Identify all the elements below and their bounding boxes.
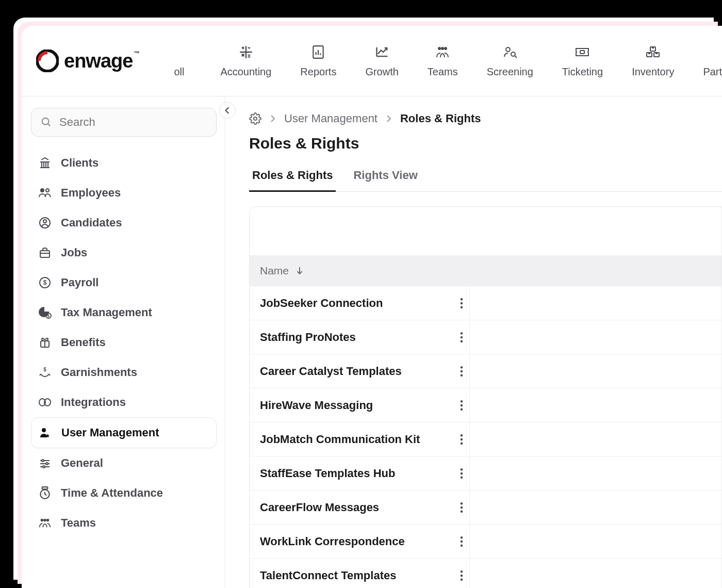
svg-point-16 — [441, 47, 444, 50]
sidebar-item-label: Time & Attendance — [61, 486, 163, 500]
sidebar-item-garnishments[interactable]: $Garnishments — [31, 357, 217, 387]
svg-line-59 — [45, 494, 46, 495]
sidebar-item-candidates[interactable]: Candidates — [31, 208, 217, 238]
table-row[interactable]: StaffEase Templates Hub — [250, 456, 721, 491]
brand-mark-icon — [36, 50, 59, 72]
main-content: User Management Roles & Rights Roles & R… — [225, 96, 722, 588]
sidebar-item-benefits[interactable]: Benefits — [31, 328, 217, 357]
row-actions-menu-icon[interactable] — [460, 400, 463, 411]
roles-table: Name JobSeeker ConnectionStaffing ProNot… — [249, 206, 722, 588]
topnav-item-ticketing[interactable]: Ticketing — [548, 44, 617, 78]
table-row[interactable]: WorkLink Correspondence — [250, 525, 721, 559]
svg-point-70 — [461, 340, 463, 342]
sidebar-item-label: Payroll — [61, 276, 99, 289]
svg-point-74 — [461, 400, 463, 402]
svg-point-51 — [42, 460, 44, 462]
topnav-item-teams[interactable]: Teams — [413, 44, 472, 78]
sidebar-collapse-button[interactable] — [219, 102, 236, 119]
table-row[interactable]: JobSeeker Connection — [250, 286, 721, 320]
svg-point-35 — [46, 189, 49, 192]
topnav-item-partners-partial[interactable]: . Partne — [688, 44, 722, 78]
table-row[interactable]: HireWave Messaging — [250, 388, 721, 422]
svg-point-80 — [461, 468, 463, 470]
svg-point-61 — [44, 519, 46, 521]
svg-point-84 — [461, 506, 463, 508]
row-actions-menu-icon[interactable] — [460, 366, 463, 377]
svg-point-73 — [461, 374, 463, 376]
payroll-icon: $ — [38, 276, 52, 289]
sidebar-search[interactable] — [31, 108, 217, 137]
breadcrumb-level1[interactable]: User Management — [284, 112, 378, 125]
topnav-item-reports[interactable]: Reports — [286, 44, 351, 78]
chevron-right-icon — [270, 115, 276, 122]
sidebar-item-tax-management[interactable]: $Tax Management — [31, 298, 217, 328]
svg-point-83 — [461, 502, 463, 504]
sidebar: ClientsEmployeesCandidatesJobs$Payroll$T… — [22, 96, 225, 588]
sidebar-item-integrations[interactable]: Integrations — [31, 387, 217, 417]
topnav-item-accounting[interactable]: Accounting — [206, 44, 286, 78]
row-actions-menu-icon[interactable] — [460, 332, 463, 342]
row-actions-menu-icon[interactable] — [460, 298, 463, 308]
svg-point-69 — [461, 336, 463, 338]
sidebar-item-time-attendance[interactable]: Time & Attendance — [31, 478, 217, 508]
svg-point-28 — [42, 118, 49, 125]
search-input[interactable] — [59, 116, 207, 129]
svg-point-65 — [461, 298, 463, 300]
row-actions-menu-icon[interactable] — [460, 536, 463, 547]
table-row[interactable]: CareerFlow Messages — [250, 491, 721, 525]
svg-point-37 — [43, 220, 46, 223]
svg-point-17 — [445, 47, 447, 50]
sidebar-item-jobs[interactable]: Jobs — [31, 238, 217, 268]
sidebar-item-user-management[interactable]: User Management — [31, 417, 217, 448]
svg-point-87 — [461, 540, 463, 542]
row-actions-menu-icon[interactable] — [460, 502, 463, 513]
svg-point-18 — [506, 47, 510, 52]
sidebar-item-clients[interactable]: Clients — [31, 148, 217, 178]
sidebar-item-label: Tax Management — [61, 306, 152, 319]
tabs: Roles & Rights Rights View — [249, 164, 722, 192]
role-name-cell: HireWave Messaging — [260, 399, 454, 412]
brand-logo[interactable]: enwage™ — [36, 50, 139, 72]
svg-point-81 — [461, 472, 463, 474]
sidebar-item-employees[interactable]: Employees — [31, 178, 217, 208]
role-name-cell: JobSeeker Connection — [260, 297, 454, 310]
gear-icon[interactable] — [249, 112, 261, 125]
column-header-name[interactable]: Name — [260, 265, 303, 277]
sort-arrow-down-icon — [296, 267, 303, 275]
svg-point-71 — [461, 366, 463, 368]
sidebar-item-label: Teams — [61, 516, 96, 530]
topnav-item-growth[interactable]: Growth — [351, 44, 413, 78]
sidebar-item-general[interactable]: General — [31, 448, 217, 478]
table-row[interactable]: JobMatch Communication Kit — [250, 422, 721, 456]
breadcrumb-current: Roles & Rights — [400, 112, 481, 125]
svg-text:$: $ — [47, 314, 50, 318]
svg-point-91 — [461, 578, 463, 580]
sidebar-item-label: Employees — [61, 186, 121, 200]
row-actions-menu-icon[interactable] — [460, 434, 463, 445]
row-actions-menu-icon[interactable] — [460, 468, 463, 479]
svg-line-29 — [48, 124, 51, 126]
svg-point-78 — [461, 438, 463, 440]
table-row[interactable]: Career Catalyst Templates — [250, 354, 721, 388]
svg-text:$: $ — [43, 367, 46, 372]
brand-name: enwage™ — [64, 50, 139, 72]
sidebar-item-label: Clients — [61, 156, 99, 170]
svg-point-49 — [42, 428, 46, 432]
sidebar-item-teams[interactable]: Teams — [31, 508, 217, 538]
tab-roles-rights[interactable]: Roles & Rights — [249, 164, 336, 191]
sidebar-item-label: Jobs — [61, 246, 87, 259]
svg-point-19 — [511, 52, 515, 56]
role-name-cell: Career Catalyst Templates — [260, 365, 454, 378]
user-management-icon — [39, 426, 52, 439]
tab-rights-view[interactable]: Rights View — [350, 164, 420, 191]
table-row[interactable]: Staffing ProNotes — [250, 320, 721, 354]
row-actions-menu-icon[interactable] — [460, 570, 463, 581]
sidebar-item-payroll[interactable]: $Payroll — [31, 268, 217, 298]
sidebar-item-label: User Management — [61, 426, 159, 439]
topnav-item-inventory[interactable]: Inventory — [617, 44, 688, 78]
ticketing-icon — [575, 44, 590, 60]
topnav-item-screening[interactable]: Screening — [472, 44, 548, 78]
svg-point-76 — [461, 408, 463, 410]
table-row[interactable]: TalentConnect Templates — [250, 559, 721, 588]
topnav-item-payroll-partial[interactable]: . oll — [161, 44, 206, 78]
